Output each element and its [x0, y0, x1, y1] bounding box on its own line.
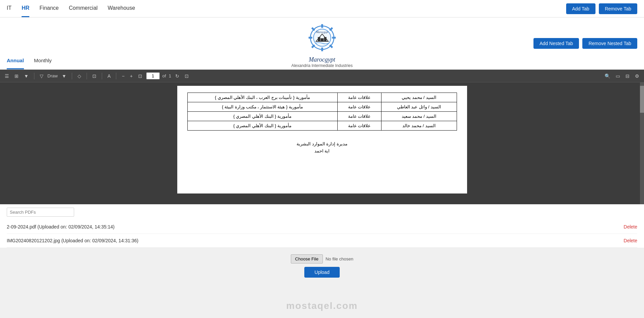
table-row: السيد / وائل عبد العاطيعلاقات عامةمأموري…	[187, 102, 457, 112]
pdf-viewer-container: ☰ ⊞ ▼ ▽ Draw ▼ ◇ ⊡ A − + ⊡ of 1 ↻ ⊡ 🔍 ▭ …	[0, 70, 644, 204]
tab-hr[interactable]: HR	[22, 0, 29, 17]
pdf-zoom-in[interactable]: +	[129, 73, 134, 79]
pdf-list-icon[interactable]: ☰	[3, 73, 10, 79]
pdf-content-area: السيد / محمد يحييعلاقات عامةمأمورية { تأ…	[0, 82, 644, 204]
pdf-total-pages: 1	[169, 73, 171, 78]
pdf-scrollbar[interactable]	[640, 82, 644, 204]
sub-tab-monthly[interactable]: Monthly	[34, 58, 52, 69]
pdf-save-icon[interactable]: ⊟	[624, 73, 631, 79]
svg-rect-13	[320, 38, 324, 41]
logo-container: Marocgypt Marocgypt Alexandria Intermedi…	[291, 19, 352, 68]
pdf-scrollbar-thumb	[640, 86, 644, 113]
sub-tab-annual[interactable]: Annual	[7, 58, 24, 69]
pdf-text-icon[interactable]: A	[106, 73, 112, 79]
remove-tab-button[interactable]: Remove Tab	[599, 3, 637, 14]
svg-rect-4	[332, 37, 336, 39]
top-nav-actions: Add Tab Remove Tab	[566, 3, 637, 14]
table-row: السيد / محمد يحييعلاقات عامةمأمورية { تأ…	[187, 93, 457, 102]
pdf-fit-icon[interactable]: ⊡	[137, 73, 144, 79]
company-name: Marocgypt	[291, 56, 352, 63]
pdf-zoom-out[interactable]: −	[120, 73, 126, 79]
upload-button[interactable]: Upload	[304, 267, 339, 278]
svg-rect-3	[308, 37, 312, 39]
table-cell: علاقات عامة	[337, 102, 381, 112]
pdf-layout-icon[interactable]: ⊡	[183, 73, 190, 79]
list-item: IMG20240820121202.jpg (Uploaded on: 02/0…	[7, 234, 637, 248]
pdf-down-icon[interactable]: ▼	[23, 73, 30, 79]
table-cell: علاقات عامة	[337, 121, 381, 131]
file-delete-button[interactable]: Delete	[624, 238, 637, 243]
table-cell: السيد / محمد يحيي	[381, 93, 457, 102]
remove-nested-tab-button[interactable]: Remove Nested Tab	[582, 38, 637, 49]
list-item: 2-09-2024.pdf (Uploaded on: 02/09/2024, …	[7, 220, 637, 234]
separator-2	[72, 73, 72, 79]
pdf-draw-dropdown[interactable]: ▼	[60, 73, 68, 79]
search-container	[7, 204, 637, 220]
pdf-table: السيد / محمد يحييعلاقات عامةمأمورية { تأ…	[187, 93, 457, 131]
table-cell: علاقات عامة	[337, 93, 381, 102]
file-input-row: Choose File No file chosen	[291, 254, 354, 263]
table-row: السيد / محمد سعيدعلاقات عامةمأمورية { ال…	[187, 112, 457, 121]
table-cell: مأمورية { البنك الأهلي المصري }	[187, 121, 337, 131]
svg-text:Marocgypt: Marocgypt	[316, 31, 329, 34]
svg-rect-1	[321, 24, 323, 28]
pdf-filter-icon[interactable]: ▽	[38, 73, 45, 79]
pdf-split-icon[interactable]: ⊡	[91, 73, 98, 79]
file-info: 2-09-2024.pdf (Uploaded on: 02/09/2024, …	[7, 224, 115, 229]
pdf-page-of: of	[162, 73, 166, 78]
sub-nav-tabs: Annual Monthly	[7, 17, 52, 69]
separator-3	[87, 73, 87, 79]
pdf-search-icon[interactable]: 🔍	[603, 73, 612, 79]
pdf-footer-line1: مديرة إدارة الموارد البشرية	[187, 141, 457, 148]
pdf-eraser-icon[interactable]: ◇	[76, 73, 83, 79]
tab-finance[interactable]: Finance	[39, 0, 59, 17]
top-nav-tabs: IT HR Finance Commercial Warehouse	[7, 0, 135, 17]
pdf-toolbar: ☰ ⊞ ▼ ▽ Draw ▼ ◇ ⊡ A − + ⊡ of 1 ↻ ⊡ 🔍 ▭ …	[0, 70, 644, 82]
pdf-settings-icon[interactable]: ⚙	[634, 73, 641, 79]
file-delete-button[interactable]: Delete	[624, 224, 637, 229]
separator-5	[116, 73, 116, 79]
pdf-footer: مديرة إدارة الموارد البشرية اية احمد	[187, 141, 457, 155]
draw-label: Draw	[48, 73, 58, 78]
watermark: mostaqel.com	[286, 301, 358, 311]
table-cell: مأمورية { هيئة الاستثمار ، مكتب وزارة ال…	[187, 102, 337, 112]
pdf-footer-line2: اية احمد	[187, 148, 457, 155]
tab-warehouse[interactable]: Warehouse	[108, 0, 135, 17]
file-info: IMG20240820121202.jpg (Uploaded on: 02/0…	[7, 238, 139, 243]
pdf-page: السيد / محمد يحييعلاقات عامةمأمورية { تأ…	[177, 86, 467, 193]
upload-section: Choose File No file chosen Upload	[0, 248, 644, 284]
sub-nav: Annual Monthly	[0, 17, 644, 70]
table-cell: السيد / وائل عبد العاطي	[381, 102, 457, 112]
tab-commercial[interactable]: Commercial	[69, 0, 97, 17]
table-cell: مأمورية { تأمينات برج العرب ، البنك الأه…	[187, 93, 337, 102]
top-nav: IT HR Finance Commercial Warehouse Add T…	[0, 0, 644, 17]
svg-rect-11	[318, 37, 320, 41]
table-cell: السيد / محمد خالد	[381, 121, 457, 131]
no-file-chosen-label: No file chosen	[326, 256, 353, 261]
choose-file-button[interactable]: Choose File	[291, 254, 323, 263]
file-list: 2-09-2024.pdf (Uploaded on: 02/09/2024, …	[7, 220, 637, 248]
separator-1	[34, 73, 34, 79]
logo-text: Marocgypt Alexandria Intermediate Indust…	[291, 56, 352, 68]
separator-4	[102, 73, 102, 79]
company-subtitle: Alexandria Intermediate Industries	[291, 63, 352, 68]
search-pdfs-input[interactable]	[7, 208, 74, 217]
company-logo: Marocgypt	[303, 19, 340, 56]
sub-nav-actions: Add Nested Tab Remove Nested Tab	[533, 38, 637, 49]
tab-it[interactable]: IT	[7, 0, 11, 17]
table-row: السيد / محمد خالدعلاقات عامةمأمورية { ال…	[187, 121, 457, 131]
svg-rect-2	[321, 47, 323, 51]
pdf-toolbar-right: 🔍 ▭ ⊟ ⚙	[603, 73, 641, 79]
add-tab-button[interactable]: Add Tab	[566, 3, 595, 14]
table-cell: السيد / محمد سعيد	[381, 112, 457, 121]
add-nested-tab-button[interactable]: Add Nested Tab	[533, 38, 579, 49]
pdf-present-icon[interactable]: ▭	[614, 73, 621, 79]
pdf-rotate-icon[interactable]: ↻	[174, 73, 181, 79]
pdf-page-number[interactable]	[146, 72, 160, 79]
table-cell: علاقات عامة	[337, 112, 381, 121]
file-list-section: 2-09-2024.pdf (Uploaded on: 02/09/2024, …	[0, 204, 644, 248]
table-cell: مأمورية { البنك الأهلي المصري }	[187, 112, 337, 121]
svg-rect-12	[324, 37, 326, 41]
pdf-bookmark-icon[interactable]: ⊞	[13, 73, 20, 79]
